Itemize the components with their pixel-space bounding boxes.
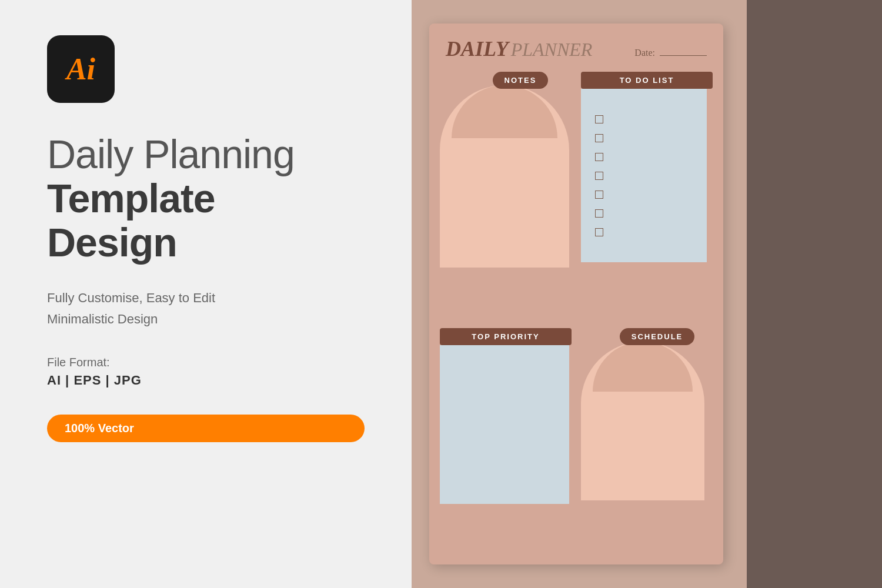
notes-section: NOTES	[440, 72, 576, 325]
planner-header: DAILY PLANNER Date:	[429, 24, 723, 72]
title-line1: Daily Planning	[47, 132, 365, 176]
date-label: Date:	[634, 48, 655, 58]
planner-title: DAILY PLANNER	[446, 36, 592, 61]
todo-item-3	[595, 153, 693, 161]
title-line2: Template	[47, 176, 365, 220]
planner-card: DAILY PLANNER Date: NOTES	[429, 24, 723, 564]
schedule-label: SCHEDULE	[620, 328, 695, 345]
schedule-arch	[581, 342, 704, 500]
file-format-values: AI | EPS | JPG	[47, 373, 365, 388]
notes-arch	[440, 85, 569, 268]
vector-badge: 100% Vector	[47, 415, 365, 442]
notes-circle-decoration	[452, 85, 557, 138]
todo-item-5	[595, 191, 693, 199]
date-line	[660, 55, 707, 56]
planner-title-bold: DAILY	[446, 36, 509, 61]
file-format-label: File Format:	[47, 356, 365, 369]
todo-item-2	[595, 134, 693, 142]
todo-checkbox-5	[595, 191, 603, 199]
todo-checkbox-2	[595, 134, 603, 142]
schedule-circle-decoration	[593, 342, 693, 392]
right-panel: DAILY PLANNER Date: NOTES	[412, 0, 882, 588]
todo-checkbox-1	[595, 115, 603, 123]
todo-item-7	[595, 228, 693, 236]
schedule-section: SCHEDULE	[576, 325, 713, 556]
right-dark-bg	[747, 0, 882, 588]
planner-title-light: PLANNER	[511, 39, 593, 61]
ai-icon-text: Ai	[66, 52, 95, 86]
title-line3: Design	[47, 220, 365, 265]
subtitle-line2: Minimalistic Design	[47, 312, 158, 326]
todo-checkbox-7	[595, 228, 603, 236]
todo-item-6	[595, 209, 693, 218]
todo-item-1	[595, 115, 693, 123]
todo-item-4	[595, 172, 693, 180]
subtitle: Fully Customise, Easy to Edit Minimalist…	[47, 288, 365, 329]
todo-checkbox-4	[595, 172, 603, 180]
ai-app-icon: Ai	[47, 35, 115, 103]
planner-body: NOTES TO DO LIST	[429, 72, 723, 564]
todo-checkbox-6	[595, 209, 603, 218]
todo-checkbox-3	[595, 153, 603, 161]
todo-section: TO DO LIST	[576, 72, 713, 325]
file-format-section: File Format: AI | EPS | JPG	[47, 356, 365, 388]
todo-label: TO DO LIST	[581, 72, 713, 89]
todo-box	[581, 89, 707, 262]
priority-box	[440, 345, 569, 504]
subtitle-line1: Fully Customise, Easy to Edit	[47, 290, 215, 305]
left-panel: Ai Daily Planning Template Design Fully …	[0, 0, 412, 588]
right-light-bg: DAILY PLANNER Date: NOTES	[412, 0, 747, 588]
priority-section: TOP PRIORITY	[440, 325, 576, 556]
notes-label: NOTES	[493, 72, 549, 89]
priority-label: TOP PRIORITY	[440, 328, 572, 345]
planner-date: Date:	[634, 48, 707, 58]
title-section: Daily Planning Template Design	[47, 132, 365, 264]
